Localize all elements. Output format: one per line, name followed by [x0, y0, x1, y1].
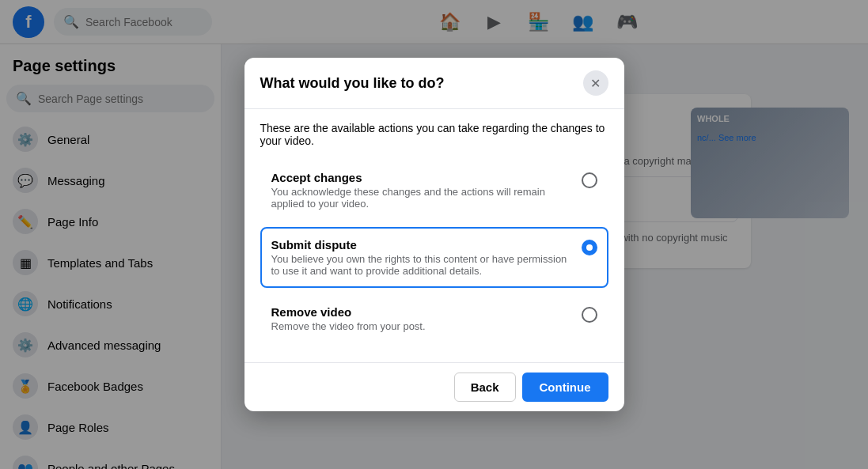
option-accept-changes[interactable]: Accept changes You acknowledge these cha… [260, 160, 608, 221]
option-dispute-radio[interactable] [582, 240, 597, 255]
modal-overlay: What would you like to do? ✕ These are t… [0, 0, 868, 469]
option-remove-label: Remove video [271, 305, 572, 319]
option-dispute-text: Submit dispute You believe you own the r… [271, 238, 572, 277]
continue-button[interactable]: Continue [522, 373, 608, 402]
option-remove-desc: Remove the video from your post. [271, 320, 572, 332]
modal-body: These are the available actions you can … [244, 109, 624, 362]
option-accept-desc: You acknowledge these changes and the ac… [271, 186, 572, 210]
modal-title: What would you like to do? [260, 75, 445, 92]
option-dispute-label: Submit dispute [271, 238, 572, 252]
modal-header: What would you like to do? ✕ [244, 58, 624, 109]
modal-description: These are the available actions you can … [260, 122, 608, 147]
option-submit-dispute[interactable]: Submit dispute You believe you own the r… [260, 227, 608, 288]
modal-dialog: What would you like to do? ✕ These are t… [244, 58, 624, 411]
option-remove-video[interactable]: Remove video Remove the video from your … [260, 294, 608, 343]
option-accept-text: Accept changes You acknowledge these cha… [271, 171, 572, 210]
option-remove-radio[interactable] [582, 307, 597, 323]
option-remove-text: Remove video Remove the video from your … [271, 305, 572, 332]
modal-close-button[interactable]: ✕ [583, 70, 608, 96]
option-accept-label: Accept changes [271, 171, 572, 184]
modal-footer: Back Continue [244, 362, 624, 411]
back-button[interactable]: Back [454, 373, 516, 402]
option-accept-radio[interactable] [582, 172, 597, 188]
option-dispute-desc: You believe you own the rights to this c… [271, 253, 572, 277]
